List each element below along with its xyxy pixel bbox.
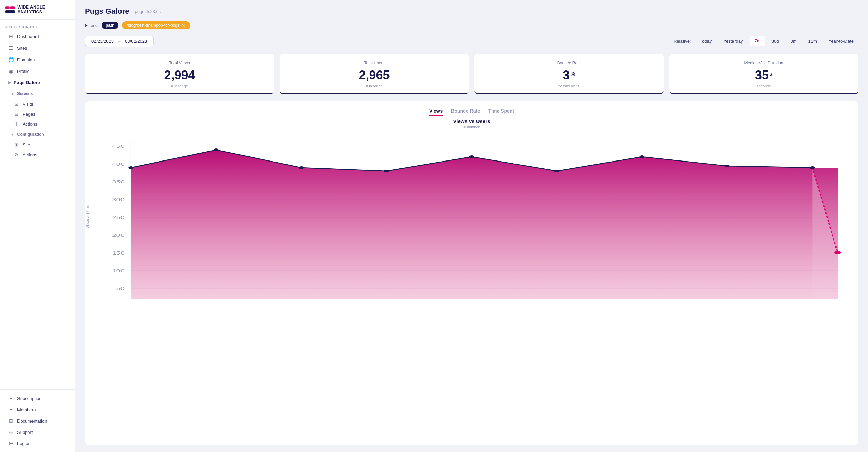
sidebar-item-site[interactable]: ⊞ Site	[3, 140, 72, 150]
relative-today-button[interactable]: Today	[695, 37, 716, 46]
members-icon: ✦	[8, 407, 14, 412]
stat-title: Bounce Rate	[483, 61, 655, 65]
relative-30d-button[interactable]: 30d	[767, 37, 784, 46]
chart-datapoint	[299, 166, 304, 169]
sites-icon: ☰	[8, 45, 14, 51]
relative-12m-button[interactable]: 12m	[803, 37, 821, 46]
sidebar-item-actions[interactable]: ✳ Actions	[3, 119, 72, 129]
relative-buttons-group: Relative: Today Yesterday 7d 30d 3m 12m …	[674, 36, 858, 46]
main-content: Pugs Galore pugs.its23.eu Filters: path …	[75, 0, 868, 452]
chevron-icon: ▼	[11, 92, 14, 96]
relative-ytd-button[interactable]: Year-to-Date	[824, 37, 858, 46]
sidebar-item-label: Actions	[23, 121, 37, 127]
svg-text:350: 350	[112, 180, 125, 184]
chart-end-dot	[834, 251, 841, 254]
date-end: 03/02/2023	[125, 39, 147, 44]
stat-subtitle: # in range	[93, 84, 266, 88]
pages-icon: ⊟	[14, 112, 19, 117]
stat-subtitle: of total visits	[483, 84, 655, 88]
filters-row: Filters: path /blog/best-shampoo-for-dog…	[85, 21, 858, 29]
chart-area: Views vs Users 50 100 150 200 250	[93, 134, 850, 299]
sidebar-item-subscription[interactable]: ✦ Subscription	[3, 393, 72, 404]
site-group-pugs-galore[interactable]: ▶ Pugs Galore	[3, 77, 72, 88]
chart-tab-views[interactable]: Views	[429, 108, 443, 116]
sidebar-item-label: Visits	[23, 102, 33, 107]
stat-value: 3%	[483, 68, 655, 82]
svg-text:50: 50	[116, 286, 125, 291]
chart-datapoint	[725, 165, 730, 167]
svg-text:450: 450	[112, 144, 125, 148]
chart-datapoint	[810, 166, 815, 169]
date-relative-row: 02/23/2023 → 03/02/2023 Relative: Today …	[85, 36, 858, 47]
chart-svg: 50 100 150 200 250 300 350 400 450	[93, 134, 850, 299]
sidebar-item-label: Dashboard	[17, 34, 39, 39]
workspace-label: Excelsior Pug	[0, 20, 75, 30]
sidebar-item-label: Subscription	[17, 396, 42, 401]
sidebar-item-support[interactable]: ⊕ Support	[3, 427, 72, 438]
sidebar: WiDe Angle Analytics Excelsior Pug ⊞ Das…	[0, 0, 75, 452]
sidebar-item-actions-config[interactable]: ⚙ Actions	[3, 150, 72, 159]
sidebar-item-label: Documentation	[17, 418, 47, 424]
sidebar-item-sites[interactable]: ☰ Sites	[3, 42, 72, 53]
sidebar-item-logout[interactable]: ⊢ Log out	[3, 438, 72, 449]
chart-container: Views Bounce Rate Time Spent Views vs Us…	[85, 101, 858, 445]
relative-yesterday-button[interactable]: Yesterday	[718, 37, 748, 46]
stat-title: Total Users	[288, 61, 461, 65]
chart-datapoint	[639, 155, 644, 158]
domains-icon: 🌐	[8, 57, 14, 62]
sidebar-item-profile[interactable]: ◉ Profile	[3, 66, 72, 77]
dashboard-icon: ⊞	[8, 34, 14, 39]
filters-label: Filters:	[85, 23, 98, 28]
documentation-icon: ⊟	[8, 418, 14, 424]
chart-filled-area	[131, 150, 838, 299]
sidebar-item-documentation[interactable]: ⊟ Documentation	[3, 415, 72, 426]
sidebar-item-domains[interactable]: 🌐 Domains	[3, 54, 72, 65]
config-label: Configuration	[17, 132, 44, 137]
filter-path-tag[interactable]: path	[102, 22, 118, 29]
app-name: WiDe Angle Analytics	[17, 5, 69, 14]
subscription-icon: ✦	[8, 396, 14, 401]
filter-value-tag[interactable]: /blog/best-shampoo-for-dogs ✕	[122, 21, 190, 29]
sidebar-item-visits[interactable]: ⊡ Visits	[3, 100, 72, 109]
svg-rect-0	[5, 6, 10, 9]
sidebar-item-dashboard[interactable]: ⊞ Dashboard	[3, 31, 72, 42]
sidebar-item-pages[interactable]: ⊟ Pages	[3, 109, 72, 119]
date-arrow: →	[117, 39, 122, 44]
filter-value-text: /blog/best-shampoo-for-dogs	[127, 23, 179, 28]
chart-tab-bounce-rate[interactable]: Bounce Rate	[451, 108, 480, 116]
actions-config-icon: ⚙	[14, 152, 19, 157]
site-group-label: Pugs Galore	[14, 80, 40, 85]
page-title: Pugs Galore	[85, 7, 129, 16]
sidebar-item-members[interactable]: ✦ Members	[3, 404, 72, 415]
y-axis-label: Views vs Users	[86, 205, 90, 228]
date-range-button[interactable]: 02/23/2023 → 03/02/2023	[85, 36, 154, 47]
logo-icon	[5, 6, 15, 13]
chart-datapoint	[128, 166, 133, 169]
site-icon: ⊞	[14, 142, 19, 147]
config-group[interactable]: ▼ Configuration	[3, 129, 72, 140]
chevron-icon: ▶	[8, 81, 11, 85]
stat-card-total-views: Total Views 2,994 # in range	[85, 54, 274, 94]
sidebar-item-label: Domains	[17, 57, 35, 62]
chart-tabs: Views Bounce Rate Time Spent	[93, 108, 850, 116]
relative-3m-button[interactable]: 3m	[786, 37, 801, 46]
screens-label: Screens	[17, 91, 33, 96]
profile-icon: ◉	[8, 68, 14, 74]
stat-card-median-duration: Median Visit Duration 35s seconds	[669, 54, 858, 94]
chart-title: Views vs Users	[93, 118, 850, 124]
stat-value: 2,994	[93, 68, 266, 82]
support-icon: ⊕	[8, 429, 14, 435]
sidebar-item-label: Profile	[17, 69, 30, 74]
actions-icon: ✳	[14, 121, 19, 127]
svg-text:100: 100	[112, 269, 125, 273]
filter-close-icon[interactable]: ✕	[181, 23, 186, 28]
sidebar-bottom: ✦ Subscription ✦ Members ⊟ Documentation…	[0, 389, 75, 452]
chart-tab-time-spent[interactable]: Time Spent	[488, 108, 514, 116]
svg-text:200: 200	[112, 233, 125, 237]
stat-cards: Total Views 2,994 # in range Total Users…	[85, 54, 858, 94]
sidebar-item-label: Actions	[23, 152, 37, 157]
screens-group[interactable]: ▼ Screens	[3, 89, 72, 99]
stat-suffix: %	[570, 71, 575, 77]
relative-7d-button[interactable]: 7d	[750, 36, 765, 46]
sidebar-item-label: Support	[17, 430, 33, 435]
